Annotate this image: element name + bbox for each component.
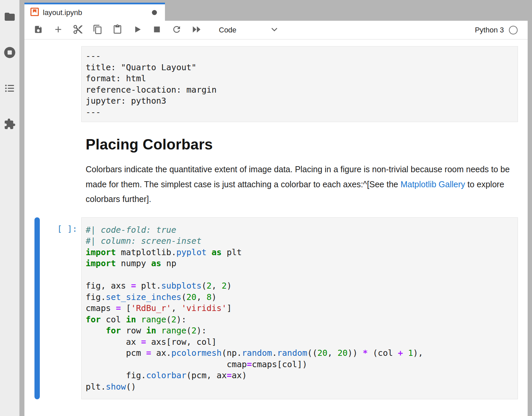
- table-of-contents-button[interactable]: [3, 83, 16, 95]
- main-dock-panel: layout.ipynb: [24, 0, 528, 416]
- stop-icon: [153, 25, 161, 35]
- left-activity-bar: [0, 0, 19, 416]
- restart-kernel-button[interactable]: [170, 23, 183, 37]
- tab-layout-ipynb[interactable]: layout.ipynb: [24, 3, 165, 21]
- execution-prompt: [ ]:: [24, 217, 81, 234]
- extensions-button[interactable]: [3, 118, 16, 131]
- plus-icon: [53, 24, 63, 36]
- markdown-cell-row: Placing Colorbars Colorbars indicate the…: [24, 135, 528, 207]
- raw-cell-gutter: [24, 46, 81, 122]
- clipboard-icon: [112, 24, 122, 36]
- code-cell-gutter: [ ]:: [24, 217, 81, 400]
- code-cell-lines[interactable]: #| code-fold: true#| column: screen-inse…: [81, 217, 518, 400]
- cell-type-dropdown[interactable]: Code: [219, 25, 278, 35]
- run-button[interactable]: [130, 23, 144, 37]
- markdown-heading: Placing Colorbars: [86, 135, 514, 153]
- notebook-icon: [30, 7, 39, 18]
- unsaved-changes-dot[interactable]: [152, 10, 157, 15]
- markdown-paragraph: Colorbars indicate the quantitative exte…: [86, 162, 514, 207]
- fast-forward-icon: [191, 24, 202, 36]
- running-sessions-button[interactable]: [3, 47, 16, 60]
- matplotlib-gallery-link[interactable]: Matplotlib Gallery: [401, 180, 465, 189]
- file-browser-button[interactable]: [3, 11, 16, 24]
- chevron-down-icon: [270, 25, 278, 35]
- add-cell-button[interactable]: [52, 23, 65, 37]
- copy-icon: [93, 24, 103, 36]
- notebook-content: ---title: "Quarto Layout"format: htmlref…: [24, 39, 528, 416]
- save-button[interactable]: [32, 23, 45, 37]
- cell-collapser[interactable]: [34, 217, 40, 400]
- copy-button[interactable]: [91, 23, 104, 37]
- paste-button[interactable]: [111, 23, 124, 37]
- cell-type-value: Code: [219, 26, 237, 34]
- save-icon: [34, 25, 43, 35]
- code-cell-row: [ ]: #| code-fold: true#| column: screen…: [24, 217, 528, 400]
- raw-cell-lines[interactable]: ---title: "Quarto Layout"format: htmlref…: [81, 46, 518, 122]
- scissors-icon: [73, 24, 83, 36]
- restart-icon: [172, 24, 182, 36]
- kernel-area: Python 3: [475, 26, 528, 34]
- window-right-edge: [528, 0, 532, 416]
- sidebar-divider: [19, 0, 24, 416]
- stop-circle-icon: [3, 46, 16, 60]
- raw-cell-row: ---title: "Quarto Layout"format: htmlref…: [24, 46, 528, 122]
- list-icon: [4, 83, 15, 95]
- notebook-toolbar: Code Python 3: [24, 21, 528, 39]
- folder-icon: [4, 11, 16, 24]
- kernel-status-circle[interactable]: [509, 26, 518, 34]
- play-icon: [132, 25, 142, 35]
- puzzle-icon: [4, 118, 16, 131]
- tab-bar: layout.ipynb: [24, 0, 528, 21]
- run-all-button[interactable]: [190, 23, 203, 37]
- markdown-cell-gutter: [24, 135, 81, 207]
- interrupt-button[interactable]: [150, 23, 164, 37]
- cut-button[interactable]: [71, 23, 85, 37]
- tab-title: layout.ipynb: [43, 8, 82, 17]
- markdown-cell[interactable]: Placing Colorbars Colorbars indicate the…: [81, 135, 518, 207]
- kernel-name[interactable]: Python 3: [475, 26, 504, 34]
